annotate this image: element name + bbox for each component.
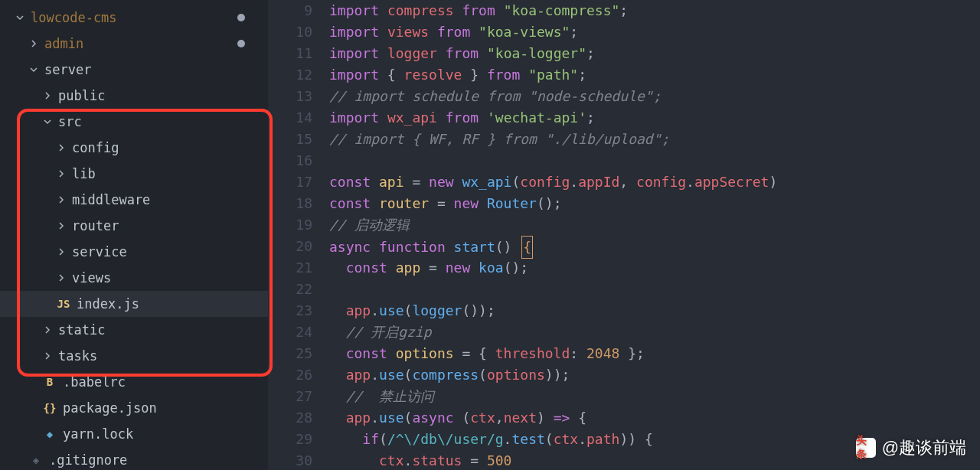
line-number: 12 [268,64,312,86]
code-line[interactable]: import compress from "koa-compress"; [329,0,980,21]
line-number: 24 [268,321,312,343]
line-number: 23 [268,300,312,321]
babel-file-icon: B [41,376,58,388]
code-line[interactable]: const router = new Router(); [329,193,980,214]
chevron-down-icon [41,117,54,126]
code-line[interactable]: app.use(compress(options)); [329,364,980,386]
chevron-down-icon [28,65,40,74]
code-line[interactable]: import logger from "koa-logger"; [329,43,980,64]
folder-lowcode-cms[interactable]: lowcode-cms [0,5,268,31]
chevron-right-icon [55,143,67,152]
tree-item-label: server [44,62,91,77]
chevron-right-icon [41,325,54,335]
line-number: 17 [268,171,312,193]
line-number: 27 [268,386,312,407]
file-explorer[interactable]: lowcode-cmsadminserverpublicsrcconfiglib… [0,0,268,470]
yarn-file-icon: ◆ [41,428,58,440]
code-line[interactable]: // 开启gzip [329,321,980,343]
line-number: 28 [268,407,312,429]
line-number: 20 [268,236,312,257]
file-.babelrc[interactable]: B.babelrc [0,369,268,395]
code-line[interactable] [329,150,980,171]
code-line[interactable]: import wx_api from 'wechat-api'; [329,107,980,129]
folder-admin[interactable]: admin [0,31,268,57]
line-gutter: 9101112131415161718192021222324252627282… [268,0,329,470]
folder-public[interactable]: public [0,83,268,109]
line-number: 13 [268,86,312,107]
tree-item-label: .gitignore [49,452,127,468]
line-number: 15 [268,129,312,150]
code-line[interactable]: const app = new koa(); [329,257,980,279]
code-line[interactable]: import views from "koa-views"; [329,21,980,43]
tree-item-label: admin [44,36,83,51]
code-line[interactable]: async function start() { [329,236,980,257]
chevron-right-icon [28,39,40,48]
folder-lib[interactable]: lib [0,161,268,187]
line-number: 25 [268,343,312,364]
folder-server[interactable]: server [0,57,268,83]
tree-item-label: package.json [63,400,157,416]
line-number: 29 [268,429,312,450]
code-line[interactable]: // 启动逻辑 [329,214,980,236]
json-file-icon: {} [41,402,58,414]
chevron-right-icon [55,247,67,256]
code-content[interactable]: import compress from "koa-compress";impo… [329,0,980,470]
line-number: 26 [268,364,312,386]
line-number: 10 [268,21,312,43]
tree-item-label: middleware [72,192,150,207]
tree-item-label: tasks [58,348,97,364]
folder-service[interactable]: service [0,239,268,265]
folder-views[interactable]: views [0,265,268,291]
folder-tasks[interactable]: tasks [0,343,268,369]
folder-static[interactable]: static [0,317,268,343]
line-number: 16 [268,150,312,171]
tree-item-label: .babelrc [63,374,126,390]
line-number: 14 [268,107,312,129]
file-yarn.lock[interactable]: ◆yarn.lock [0,421,268,447]
tree-item-label: public [58,88,105,103]
git-file-icon: ◈ [28,454,44,466]
watermark: 头条 @趣谈前端 [856,436,966,459]
tree-item-label: yarn.lock [63,426,133,442]
file-index.js[interactable]: JSindex.js [0,291,268,317]
folder-middleware[interactable]: middleware [0,187,268,213]
js-file-icon: JS [55,298,72,310]
file-package.json[interactable]: {}package.json [0,395,268,421]
tree-item-label: lowcode-cms [31,10,117,25]
line-number: 22 [268,279,312,300]
code-line[interactable]: // import schedule from "node-schedule"; [329,86,980,107]
tree-item-label: src [58,114,82,129]
line-number: 30 [268,450,312,470]
code-line[interactable]: import { resolve } from "path"; [329,64,980,86]
tree-item-label: config [72,140,119,155]
chevron-right-icon [41,351,54,361]
code-line[interactable]: app.use(logger()); [329,300,980,321]
folder-src[interactable]: src [0,109,268,135]
tree-item-label: index.js [77,296,139,312]
tree-item-label: service [72,244,127,259]
folder-config[interactable]: config [0,135,268,161]
tree-item-label: router [72,218,119,233]
tree-item-label: static [58,322,105,338]
folder-router[interactable]: router [0,213,268,239]
code-line[interactable] [329,279,980,300]
code-line[interactable]: // import { WF, RF } from "./lib/upload"… [329,129,980,150]
line-number: 19 [268,214,312,236]
modified-dot-icon [237,40,245,47]
chevron-right-icon [55,221,67,230]
watermark-text: @趣谈前端 [882,436,966,459]
line-number: 11 [268,43,312,64]
code-line[interactable]: // 禁止访问 [329,386,980,407]
modified-dot-icon [237,14,245,21]
chevron-down-icon [14,13,26,22]
chevron-right-icon [55,273,67,282]
watermark-logo: 头条 [856,438,876,458]
code-line[interactable]: app.use(async (ctx,next) => { [329,407,980,429]
code-line[interactable]: const api = new wx_api(config.appId, con… [329,171,980,193]
line-number: 21 [268,257,312,279]
chevron-right-icon [55,195,67,204]
code-editor[interactable]: 9101112131415161718192021222324252627282… [268,0,980,470]
line-number: 18 [268,193,312,214]
file-.gitignore[interactable]: ◈.gitignore [0,447,268,470]
code-line[interactable]: const options = { threshold: 2048 }; [329,343,980,364]
